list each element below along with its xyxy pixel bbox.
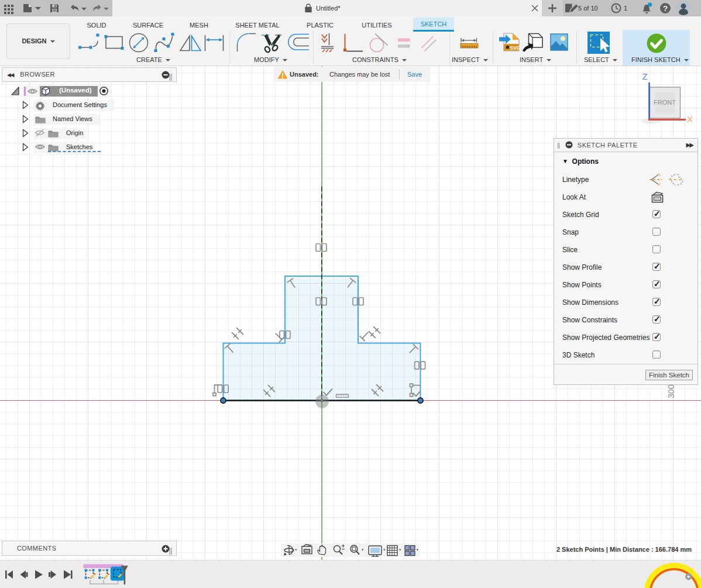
- svg-text:X: X: [687, 114, 693, 124]
- svg-text:?: ?: [663, 4, 668, 13]
- svg-text:FRONT: FRONT: [654, 99, 676, 106]
- svg-text:SVG: SVG: [510, 45, 521, 51]
- svg-text:Z: Z: [642, 71, 647, 81]
